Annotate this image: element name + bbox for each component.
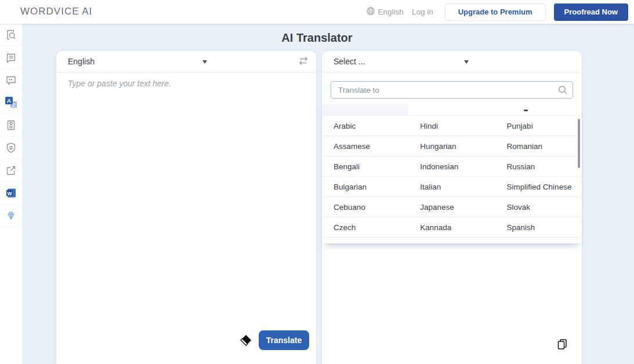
- language-row: Bengali Indonesian Russian: [322, 156, 582, 177]
- document-profile-icon: [5, 119, 17, 131]
- language-option[interactable]: Romanian: [495, 136, 582, 156]
- proofread-now-button[interactable]: Proofread Now: [554, 3, 628, 21]
- chevron-down-icon[interactable]: [202, 60, 207, 64]
- list-footer: [322, 238, 582, 242]
- target-panel-header: Select ...: [322, 51, 582, 72]
- source-panel: English Translate: [56, 51, 316, 364]
- wordvice-logo[interactable]: WORDVICE AI: [20, 6, 92, 17]
- language-option[interactable]: Indonesian: [408, 156, 495, 176]
- language-option[interactable]: Hungarian: [408, 136, 495, 156]
- language-option[interactable]: Russian: [495, 156, 582, 176]
- note-lines-icon: [5, 52, 17, 63]
- top-header: WORDVICE AI English Log in Upgrade to Pr…: [0, 0, 634, 24]
- source-text-input[interactable]: [68, 79, 305, 299]
- scrollbar-thumb[interactable]: [578, 119, 580, 168]
- login-link[interactable]: Log in: [412, 8, 433, 16]
- quote-bubble-icon: [5, 74, 17, 86]
- language-row: Cebuano Japanese Slovak: [322, 197, 582, 217]
- language-option[interactable]: Cebuano: [322, 197, 408, 217]
- sidebar-item-translator-active[interactable]: 文 A: [0, 92, 22, 114]
- sidebar-item-sketch[interactable]: [0, 205, 22, 227]
- site-language-label: English: [378, 8, 404, 16]
- translate-button[interactable]: Translate: [259, 330, 309, 350]
- language-option[interactable]: Bulgarian: [322, 177, 408, 196]
- shield-arrows-icon: [5, 142, 17, 154]
- svg-text:W: W: [7, 191, 12, 196]
- eraser-icon[interactable]: [239, 333, 253, 347]
- sidebar-item-paraphraser[interactable]: [0, 69, 22, 92]
- language-option[interactable]: Italian: [408, 177, 495, 196]
- external-link-icon: [5, 165, 17, 176]
- site-language-selector[interactable]: English: [366, 6, 404, 17]
- language-search-input[interactable]: [331, 81, 573, 99]
- swap-languages-icon[interactable]: [298, 56, 309, 68]
- tool-sidebar: 文 A: [0, 24, 22, 364]
- language-option[interactable]: Spanish: [495, 217, 582, 237]
- language-row: Bulgarian Italian Simplified Chinese: [322, 177, 582, 197]
- language-option[interactable]: Slovak: [495, 197, 582, 217]
- sidebar-item-word-addin[interactable]: W: [0, 182, 22, 205]
- sidebar-item-resume[interactable]: [0, 114, 22, 137]
- upgrade-premium-button[interactable]: Upgrade to Premium: [445, 3, 546, 21]
- target-panel: Select ... Arabic Hindi Punjabi Assamese…: [322, 51, 582, 364]
- sidebar-item-open-external[interactable]: [0, 159, 22, 182]
- svg-text:A: A: [7, 97, 11, 104]
- language-option[interactable]: Arabic: [322, 116, 408, 136]
- diamond-gem-icon: [5, 210, 17, 221]
- chevron-down-icon[interactable]: [464, 60, 469, 64]
- copy-icon[interactable]: [555, 337, 569, 351]
- language-option[interactable]: Japanese: [408, 197, 495, 217]
- language-option[interactable]: Kannada: [408, 217, 495, 237]
- language-row: Assamese Hungarian Romanian: [322, 136, 582, 156]
- target-language-select[interactable]: Select ...: [334, 57, 365, 66]
- source-panel-header: English: [56, 51, 316, 72]
- language-option[interactable]: Simplified Chinese: [495, 177, 582, 196]
- source-language-select[interactable]: English: [68, 57, 95, 66]
- language-row: Arabic Hindi Punjabi: [322, 116, 582, 136]
- clipped-text-remnant: [524, 110, 528, 111]
- language-row-partial: [322, 104, 582, 116]
- language-option[interactable]: Bengali: [322, 156, 408, 176]
- page-title: AI Translator: [0, 31, 634, 45]
- language-option-partial[interactable]: [322, 104, 408, 115]
- language-option[interactable]: Assamese: [322, 136, 408, 156]
- language-option[interactable]: Hindi: [408, 116, 495, 136]
- sidebar-item-editor[interactable]: [0, 46, 22, 69]
- language-option[interactable]: Punjabi: [495, 116, 582, 136]
- document-search-icon: [5, 29, 17, 41]
- translate-icon: 文 A: [5, 96, 17, 109]
- sidebar-item-proofreader[interactable]: [0, 24, 22, 46]
- language-option[interactable]: Czech: [322, 217, 408, 237]
- sidebar-item-checker[interactable]: [0, 137, 22, 159]
- globe-icon: [366, 6, 375, 17]
- language-row: Czech Kannada Spanish: [322, 217, 582, 238]
- ms-word-icon: W: [5, 187, 17, 199]
- search-icon[interactable]: [557, 85, 568, 97]
- language-dropdown-list: Arabic Hindi Punjabi Assamese Hungarian …: [322, 104, 582, 243]
